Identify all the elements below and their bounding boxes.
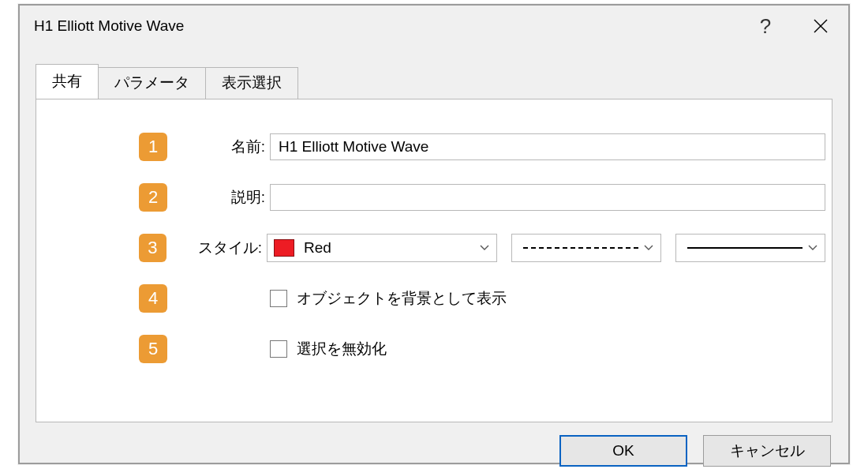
dialog-window: H1 Elliott Motive Wave ? 共有 パラメータ 表示選択 1… (18, 4, 850, 464)
style-label: スタイル: (182, 238, 267, 258)
name-input[interactable] (270, 133, 825, 160)
tab-parameters[interactable]: パラメータ (98, 67, 206, 99)
dashed-line-preview (523, 247, 638, 249)
background-checkbox[interactable] (270, 290, 287, 307)
color-name-text: Red (304, 239, 479, 257)
disable-selection-checkbox[interactable] (270, 340, 287, 358)
row-background-checkbox: 4 オブジェクトを背景として表示 (139, 280, 825, 317)
help-icon: ? (760, 14, 771, 39)
chevron-down-icon (643, 242, 654, 253)
row-number-2: 2 (139, 183, 167, 212)
background-checkbox-label[interactable]: オブジェクトを背景として表示 (297, 288, 507, 309)
background-check-line: オブジェクトを背景として表示 (270, 288, 825, 309)
description-input[interactable] (270, 184, 825, 211)
disable-selection-check-line: 選択を無効化 (270, 339, 825, 359)
color-swatch (274, 239, 294, 257)
titlebar-title: H1 Elliott Motive Wave (34, 17, 738, 35)
cancel-button[interactable]: キャンセル (703, 435, 831, 467)
tab-shared[interactable]: 共有 (36, 64, 99, 99)
titlebar: H1 Elliott Motive Wave ? (20, 6, 848, 47)
close-icon (814, 19, 828, 33)
row-description: 2 説明: (139, 178, 825, 216)
ok-button[interactable]: OK (559, 435, 687, 467)
name-label: 名前: (183, 137, 270, 157)
line-width-select[interactable] (675, 234, 825, 262)
row-number-1: 1 (139, 133, 167, 161)
titlebar-buttons: ? (738, 6, 848, 47)
row-name: 1 名前: (139, 128, 825, 166)
tab-display[interactable]: 表示選択 (205, 67, 298, 99)
tab-row: 共有 パラメータ 表示選択 (20, 67, 848, 99)
style-controls: Red (267, 234, 825, 262)
row-style: 3 スタイル: Red (139, 229, 825, 267)
dialog-footer: OK キャンセル (20, 435, 848, 467)
help-button[interactable]: ? (738, 6, 793, 47)
color-select[interactable]: Red (267, 234, 497, 262)
row-disable-selection-checkbox: 5 選択を無効化 (139, 330, 825, 368)
close-button[interactable] (793, 6, 848, 47)
solid-line-preview (687, 247, 803, 249)
row-number-4: 4 (139, 284, 167, 313)
row-number-3: 3 (139, 234, 166, 262)
tab-content: 1 名前: 2 説明: 3 スタイル: Red (36, 99, 832, 422)
line-style-select[interactable] (511, 234, 661, 262)
chevron-down-icon (807, 242, 818, 253)
chevron-down-icon (479, 242, 490, 253)
disable-selection-checkbox-label[interactable]: 選択を無効化 (297, 339, 387, 359)
row-number-5: 5 (139, 335, 167, 363)
description-label: 説明: (183, 187, 270, 208)
